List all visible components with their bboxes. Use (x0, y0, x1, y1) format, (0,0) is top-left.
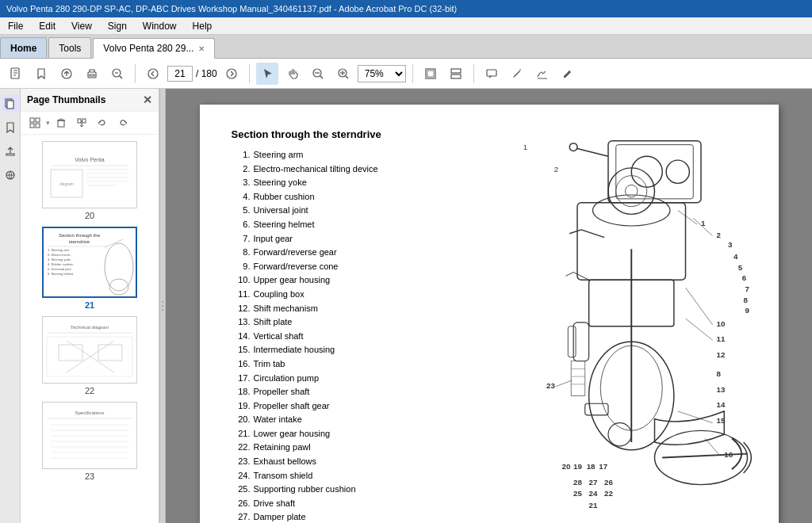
svg-text:1. Steering arm: 1. Steering arm (48, 248, 70, 252)
main-area: Page Thumbnails ✕ ▾ (0, 89, 812, 523)
menu-sign[interactable]: Sign (103, 19, 132, 33)
thumbnail-page-20[interactable]: Volvo Penta diagram 20 (42, 141, 137, 220)
svg-text:5: 5 (737, 263, 742, 272)
svg-text:19: 19 (573, 462, 582, 471)
sign-btn[interactable] (531, 63, 553, 85)
svg-point-147 (615, 176, 646, 207)
svg-line-152 (555, 380, 571, 387)
zoom-select[interactable]: 75% 100% 125% 150% (358, 65, 406, 82)
comment-btn[interactable] (481, 63, 503, 85)
thumbnail-page-22[interactable]: Technical diagram 22 (42, 316, 137, 395)
list-item: 16.Trim tab (232, 357, 438, 372)
thumb-delete-btn[interactable] (52, 115, 71, 131)
prev-page-button[interactable] (142, 63, 164, 85)
svg-text:28: 28 (573, 478, 582, 487)
zoom-out-btn[interactable] (106, 63, 128, 85)
svg-point-88 (631, 156, 662, 187)
svg-point-11 (227, 69, 236, 78)
list-item: 12.Shift mechanism (232, 302, 438, 316)
svg-text:6. Steering helmet: 6. Steering helmet (48, 272, 74, 276)
list-item: 21.Lower gear housing (232, 427, 438, 441)
bookmark-button[interactable] (30, 63, 52, 85)
thumb-rotate-ccw[interactable] (93, 115, 112, 131)
svg-text:20: 20 (561, 462, 570, 471)
cursor-tool[interactable] (256, 63, 278, 85)
sidebar-icon-bookmarks[interactable] (2, 119, 19, 136)
svg-text:1: 1 (523, 143, 527, 151)
svg-point-89 (666, 160, 689, 183)
zoom-out-btn2[interactable] (307, 63, 329, 85)
thumbnails-header: Page Thumbnails ✕ (21, 89, 159, 112)
svg-rect-42 (43, 142, 136, 208)
svg-text:12: 12 (716, 350, 725, 359)
thumb-rotate-cw[interactable] (113, 115, 132, 131)
menu-file[interactable]: File (3, 19, 28, 33)
svg-line-135 (677, 211, 696, 225)
thumbnail-page-21[interactable]: Section through the sterndrive 1. Steeri… (42, 227, 137, 310)
thumbnail-page-23[interactable]: Specifications 23 (42, 402, 137, 481)
tab-home[interactable]: Home (0, 37, 47, 58)
thumbnails-close[interactable]: ✕ (143, 94, 152, 106)
sidebar-icon-pages[interactable] (2, 95, 19, 113)
doc-viewer[interactable]: Section through the sterndrive 1.Steerin… (166, 89, 812, 523)
thumbnails-title: Page Thumbnails (27, 94, 105, 105)
svg-rect-23 (487, 70, 496, 76)
svg-rect-40 (82, 119, 86, 123)
hand-tool[interactable] (282, 63, 304, 85)
svg-point-107 (608, 423, 631, 446)
svg-text:5. Universal joint: 5. Universal joint (48, 267, 71, 271)
next-page-button[interactable] (220, 63, 243, 85)
pencil-btn[interactable] (506, 63, 528, 85)
thumb-view-btn[interactable] (25, 115, 44, 131)
tab-close-button[interactable]: ✕ (198, 44, 205, 53)
page-number-input[interactable]: 21 (167, 66, 193, 82)
continuous-btn[interactable] (445, 63, 467, 85)
list-item: 26.Drive shaft (232, 497, 438, 511)
zoom-in-btn[interactable] (332, 63, 354, 85)
svg-line-18 (346, 76, 348, 78)
sep3 (412, 64, 413, 83)
menu-edit[interactable]: Edit (34, 19, 60, 33)
svg-text:2: 2 (553, 165, 557, 174)
thumb-insert-btn[interactable] (72, 115, 91, 131)
svg-text:22: 22 (604, 489, 613, 498)
svg-point-85 (162, 309, 163, 311)
upload-button[interactable] (56, 63, 78, 85)
svg-point-83 (162, 301, 163, 303)
svg-point-91 (569, 143, 577, 151)
svg-rect-106 (568, 326, 576, 357)
new-button[interactable] (5, 63, 27, 85)
fit-page-btn[interactable] (419, 63, 442, 85)
sidebar-icon-link[interactable] (2, 166, 19, 184)
menu-help[interactable]: Help (188, 19, 217, 33)
thumbnails-toolbar: ▾ (21, 112, 159, 135)
svg-text:Technical diagram: Technical diagram (71, 325, 109, 330)
print-button[interactable] (81, 63, 103, 85)
list-item: 14.Vertical shaft (232, 330, 438, 344)
svg-text:Volvo Penta: Volvo Penta (75, 157, 104, 162)
list-item: 4.Rubber cushion (232, 190, 438, 204)
svg-text:13: 13 (716, 385, 725, 394)
svg-text:sterndrive: sterndrive (69, 239, 90, 244)
svg-line-104 (569, 230, 581, 234)
svg-text:15: 15 (716, 416, 725, 425)
list-item: 10.Upper gear housing (232, 273, 438, 288)
svg-text:10: 10 (716, 319, 725, 328)
sidebar-icon-attachments[interactable] (2, 143, 19, 160)
toolbar: 21 / 180 75% 100% 125% 150% (0, 59, 812, 89)
svg-text:23: 23 (546, 381, 555, 390)
svg-line-138 (685, 319, 712, 340)
svg-rect-34 (58, 120, 64, 127)
tab-document[interactable]: Volvo Penta 280 29... ✕ (93, 38, 215, 59)
svg-rect-142 (571, 361, 585, 396)
svg-rect-32 (30, 124, 34, 128)
resize-handle[interactable] (159, 89, 166, 523)
fill-sign-btn[interactable] (557, 63, 579, 85)
svg-rect-6 (90, 74, 94, 76)
menu-view[interactable]: View (67, 19, 97, 33)
list-item: 20.Water intake (232, 413, 438, 427)
svg-line-150 (565, 273, 573, 277)
tab-tools[interactable]: Tools (48, 37, 91, 58)
menu-window[interactable]: Window (138, 19, 182, 33)
svg-text:24: 24 (588, 489, 597, 498)
